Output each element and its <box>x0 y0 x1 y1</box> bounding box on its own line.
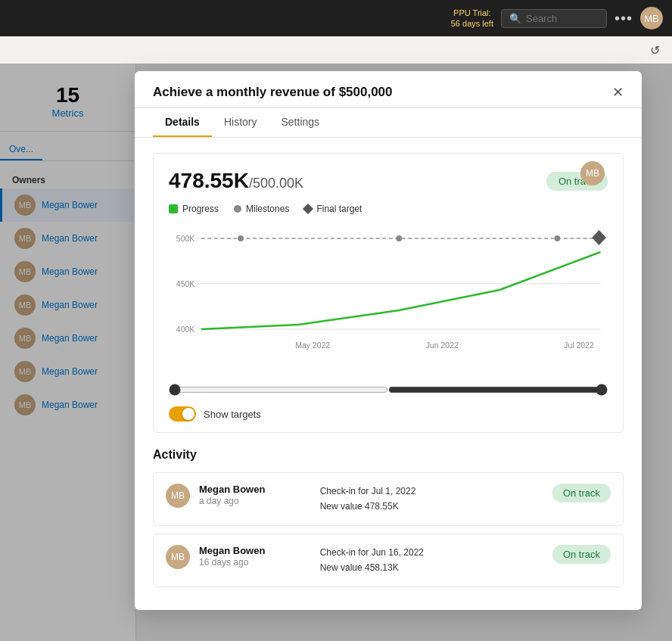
modal-title: Achieve a monthly revenue of $500,000 <box>153 85 393 100</box>
activity-badge: On track <box>552 545 611 564</box>
activity-badge: On track <box>552 484 611 503</box>
main-area: 15 Metrics Ove... Owners MB Megan Bower … <box>0 64 672 641</box>
modal-tabs: Details History Settings <box>135 108 642 138</box>
svg-text:400K: 400K <box>176 325 195 334</box>
toggle-knob <box>182 408 194 420</box>
search-box[interactable]: 🔍 <box>501 9 607 28</box>
svg-text:450K: 450K <box>176 279 195 288</box>
legend-milestones-icon <box>234 205 241 213</box>
metric-value-row: 478.55K/500.00K On track <box>169 169 608 193</box>
svg-rect-10 <box>592 230 606 245</box>
activity-title: Activity <box>153 448 624 462</box>
modal-tab-history[interactable]: History <box>212 108 269 137</box>
legend-milestones: Milestones <box>234 204 289 214</box>
reload-bar: ↺ <box>0 36 672 64</box>
activity-avatar: MB <box>166 484 190 508</box>
show-targets-toggle[interactable] <box>169 406 196 422</box>
svg-text:May 2022: May 2022 <box>295 341 330 350</box>
modal-tab-details[interactable]: Details <box>153 108 212 137</box>
activity-detail: Check-in for Jun 16, 2022 New value 458.… <box>320 545 543 576</box>
chart-avatar: MB <box>580 161 605 185</box>
svg-text:500K: 500K <box>176 234 195 243</box>
activity-info: Megan Bowen a day ago <box>199 484 311 506</box>
activity-section: Activity MB Megan Bowen a day ago Check-… <box>153 448 624 587</box>
activity-person-name: Megan Bowen <box>199 484 311 495</box>
reload-icon[interactable]: ↺ <box>650 43 660 58</box>
range-slider-wrap <box>169 384 608 396</box>
line-chart: 500K 450K 400K <box>169 223 608 375</box>
svg-text:Jun 2022: Jun 2022 <box>426 341 459 350</box>
target-value: /500.00K <box>249 176 303 191</box>
modal-header: Achieve a monthly revenue of $500,000 ✕ <box>135 71 642 108</box>
activity-item: MB Megan Bowen a day ago Check-in for Ju… <box>153 472 624 526</box>
modal-body: 478.55K/500.00K On track MB Progress <box>135 138 642 610</box>
more-button[interactable]: ••• <box>614 10 633 27</box>
svg-point-9 <box>555 235 561 241</box>
search-input[interactable] <box>526 13 599 24</box>
legend-progress: Progress <box>169 204 219 214</box>
legend-final-target: Final target <box>304 204 362 214</box>
modal-overlay[interactable]: Achieve a monthly revenue of $500,000 ✕ … <box>0 64 672 641</box>
range-slider-left[interactable] <box>169 384 388 396</box>
toggle-label: Show targets <box>204 409 261 420</box>
chart-area: 500K 450K 400K <box>169 223 608 378</box>
activity-info: Megan Bowen 16 days ago <box>199 545 311 568</box>
chart-legend: Progress Milestones Final target <box>169 204 608 214</box>
activity-avatar: MB <box>166 545 190 569</box>
activity-detail: Check-in for Jul 1, 2022 New value 478.5… <box>320 484 543 515</box>
chart-section: 478.55K/500.00K On track MB Progress <box>153 153 624 433</box>
current-value: 478.55K <box>169 169 249 192</box>
modal-tab-settings[interactable]: Settings <box>269 108 331 137</box>
range-slider-right[interactable] <box>388 384 608 396</box>
activity-item: MB Megan Bowen 16 days ago Check-in for … <box>153 534 624 587</box>
svg-point-7 <box>238 235 244 241</box>
activity-time: 16 days ago <box>199 557 311 568</box>
legend-progress-icon <box>169 204 178 213</box>
activity-time: a day ago <box>199 496 311 506</box>
ppu-trial: PPU Trial: 56 days left <box>451 8 493 30</box>
user-avatar-top[interactable]: MB <box>640 7 663 30</box>
search-icon: 🔍 <box>509 13 521 24</box>
top-bar: PPU Trial: 56 days left 🔍 ••• MB <box>0 0 672 36</box>
modal-close-button[interactable]: ✕ <box>612 86 624 99</box>
legend-target-icon <box>303 204 313 214</box>
svg-text:Jul 2022: Jul 2022 <box>564 341 594 350</box>
svg-point-8 <box>396 235 402 241</box>
modal-dialog: Achieve a monthly revenue of $500,000 ✕ … <box>135 71 642 610</box>
activity-person-name: Megan Bowen <box>199 545 311 556</box>
metric-display: 478.55K/500.00K <box>169 169 303 193</box>
toggle-row: Show targets <box>169 406 608 422</box>
